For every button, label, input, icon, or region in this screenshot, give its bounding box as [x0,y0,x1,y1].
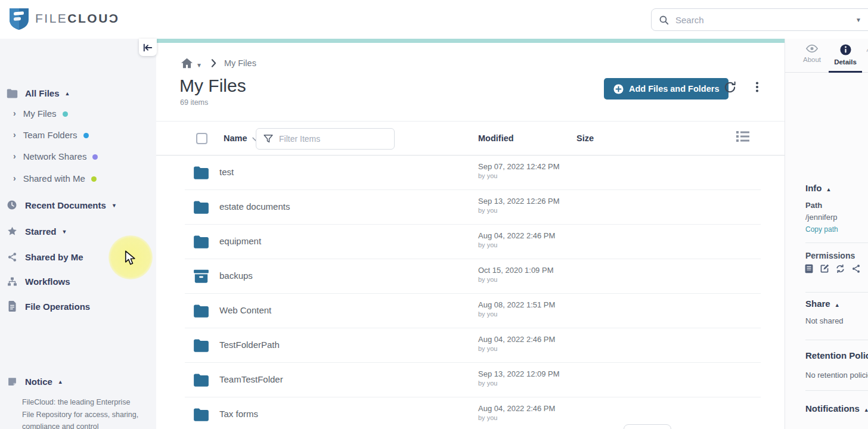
collapse-sidebar-button[interactable] [139,39,157,56]
file-list: test Sep 07, 2022 12:42 PM by you estate… [156,156,785,429]
info-icon [840,44,851,55]
search-input[interactable] [675,15,849,25]
search-icon [659,15,669,25]
table-row[interactable]: TestFolderPath Aug 04, 2022 2:46 PM by y… [185,328,761,363]
tab-about[interactable]: About [795,44,829,63]
tab-details[interactable]: Details [829,44,862,66]
sidebar-item-my-files[interactable]: › My Files [0,105,156,121]
sidebar-item-team-folders[interactable]: › Team Folders [0,127,156,142]
modified-by: by you [478,172,560,179]
panel-tabs: About Details ◠ [785,39,868,73]
sidebar-item-notice[interactable]: Notice ▲ [0,373,156,390]
read-permission-icon[interactable] [804,264,814,273]
table-row[interactable]: estate documents Sep 13, 2022 12:26 PM b… [185,190,761,225]
chevron-right-icon: › [13,173,16,183]
info-section-header[interactable]: Info▲ [805,183,831,193]
modified-date: Aug 04, 2022 2:46 PM [478,335,555,344]
expand-caret-icon: ▼ [62,229,67,235]
folder-icon [193,408,209,424]
table-row[interactable]: backups Oct 15, 2020 1:09 PM by you [185,259,761,294]
home-icon[interactable] [181,58,193,69]
filecloud-logo: FILECLOUƆ [8,7,120,30]
items-count: 69 items [180,98,208,107]
table-row[interactable]: Tax forms Aug 04, 2022 2:46 PM by you [185,397,761,429]
search-bar[interactable]: ▼ [651,8,868,31]
modified-date: Oct 15, 2020 1:09 PM [478,266,553,275]
sidebar-item-file-operations[interactable]: File Operations [0,298,156,315]
status-dot [63,111,68,117]
modified-by: by you [478,276,553,283]
breadcrumb-current[interactable]: My Files [224,58,256,68]
refresh-button[interactable] [723,80,737,96]
breadcrumb-caret-icon[interactable]: ▼ [196,62,202,69]
folder-icon [193,166,209,182]
active-tab-underline [829,71,862,73]
file-name[interactable]: equipment [219,236,261,246]
chevron-right-icon: › [13,151,16,161]
name-column-header[interactable]: Name [224,122,259,155]
file-name[interactable]: test [219,167,234,177]
notice-icon [6,375,18,387]
divider [805,292,868,293]
main-content: ▼ My Files My Files 69 items Add Files a… [156,39,785,429]
table-row[interactable]: Web Content Aug 08, 2022 1:51 PM by you [185,294,761,328]
list-view-toggle-button[interactable] [736,130,750,144]
plus-circle-icon [613,84,624,94]
copy-path-link[interactable]: Copy path [805,225,838,234]
file-name[interactable]: TestFolderPath [219,340,280,350]
file-name[interactable]: TeamTestFolder [219,374,283,384]
table-row[interactable]: test Sep 07, 2022 12:42 PM by you [185,156,761,190]
file-name[interactable]: estate documents [219,201,290,212]
collapse-caret-icon: ▲ [58,379,63,385]
star-icon [6,225,18,237]
scroll-pill-button[interactable] [624,424,671,429]
modified-cell: Oct 15, 2020 1:09 PM by you [478,266,553,283]
sidebar-item-network-shares[interactable]: › Network Shares [0,148,156,164]
modified-by: by you [478,310,555,318]
filter-box[interactable] [256,128,395,150]
retention-section-header[interactable]: Retention Policy [805,350,868,360]
file-name[interactable]: Web Content [219,305,271,315]
modified-cell: Aug 08, 2022 1:51 PM by you [478,300,555,318]
file-name[interactable]: Tax forms [219,409,258,419]
write-permission-icon[interactable] [820,264,829,273]
modified-by: by you [478,345,555,352]
sidebar-item-all-files[interactable]: All Files ▲ [0,85,156,101]
status-dot [83,133,89,138]
divider [805,390,868,391]
folder-icon [6,87,18,99]
modified-cell: Aug 04, 2022 2:46 PM by you [478,335,555,352]
notifications-section-header[interactable]: Notifications▲ [805,403,868,414]
sidebar-item-shared-with-me[interactable]: › Shared with Me [0,170,156,186]
search-scope-caret-icon[interactable]: ▼ [855,17,861,23]
modified-date: Sep 13, 2022 12:09 PM [478,369,560,378]
filter-items-input[interactable] [279,134,387,144]
modified-by: by you [478,380,560,387]
retention-status: No retention policies [805,371,868,380]
workflow-icon [6,275,18,287]
share-section-header[interactable]: Share▲ [805,299,840,309]
sync-permission-icon[interactable] [835,264,845,273]
more-options-button[interactable] [751,80,764,95]
sidebar-item-starred[interactable]: Starred ▼ [0,223,156,240]
divider [805,340,868,340]
sidebar-item-shared-by-me[interactable]: Shared by Me [0,248,156,265]
modified-cell: Sep 13, 2022 12:09 PM by you [478,369,560,387]
add-files-button[interactable]: Add Files and Folders [604,78,728,100]
modified-column-header[interactable]: Modified [478,133,514,143]
size-column-header[interactable]: Size [576,133,594,143]
folder-icon [193,338,209,355]
select-all-checkbox[interactable] [196,133,207,144]
share-permission-icon[interactable] [851,264,861,273]
sidebar-item-workflows[interactable]: Workflows [0,273,156,290]
table-row[interactable]: equipment Aug 04, 2022 2:46 PM by you [185,225,761,259]
file-name[interactable]: backups [219,271,253,281]
collapse-caret-icon: ▲ [65,91,70,97]
modified-cell: Aug 04, 2022 2:46 PM by you [478,231,555,248]
sidebar-item-recent-documents[interactable]: Recent Documents ▼ [0,197,156,213]
accent-bar [156,39,785,43]
modified-date: Sep 07, 2022 12:42 PM [478,162,560,171]
share-status: Not shared [805,316,844,325]
filecloud-shield-icon [8,7,30,30]
table-row[interactable]: TeamTestFolder Sep 13, 2022 12:09 PM by … [185,363,761,397]
